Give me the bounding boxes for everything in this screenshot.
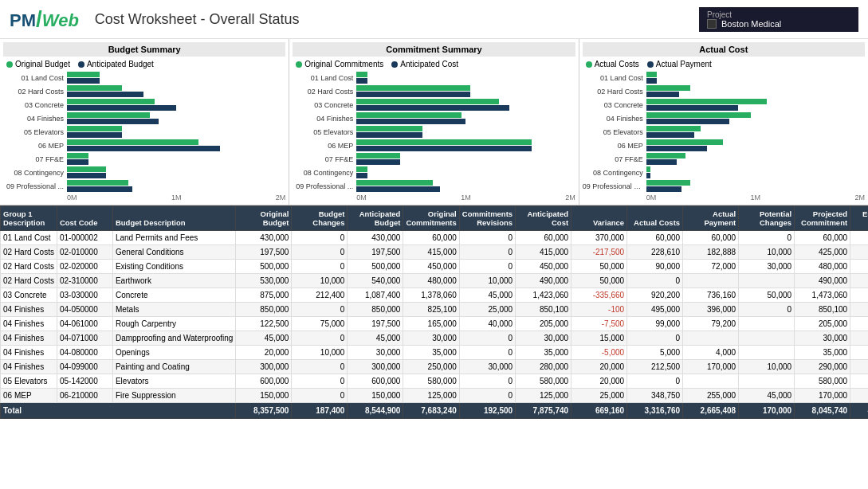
table-cell: 255,000	[683, 389, 739, 403]
table-cell: 580,000	[403, 374, 459, 389]
col-header-5: Anticipated Budget	[348, 206, 403, 231]
table-cell: 90,000	[627, 260, 683, 274]
table-cell: -100	[571, 303, 627, 317]
table-cell: 170,000	[683, 360, 739, 374]
legend-item: Actual Costs	[586, 60, 639, 68]
table-cell	[739, 317, 795, 331]
bar-primary	[646, 99, 767, 104]
table-cell: 04-071000	[57, 331, 112, 346]
actual_cost-chart-area: 01 Land Cost02 Hard Costs03 Concrete04 F…	[583, 72, 865, 201]
table-cell: 03 Concrete	[1, 288, 57, 303]
chart-bars	[356, 99, 575, 111]
table-cell: 415,000	[403, 245, 459, 260]
table-cell: 0	[292, 245, 348, 260]
table-cell: 30,000	[795, 331, 850, 346]
col-header-0: Group 1 Description	[1, 206, 57, 231]
table-cell: 425,000	[795, 245, 850, 260]
project-name-text: Boston Medical	[721, 19, 781, 29]
legend-dot-icon	[296, 61, 302, 68]
table-cell: 10,000	[459, 274, 515, 288]
bar-secondary	[67, 173, 106, 178]
col-header-10: Actual Costs	[627, 206, 683, 231]
footer-value-9: 170,000	[739, 403, 795, 419]
cost-table: Group 1 DescriptionCost CodeBudget Descr…	[0, 205, 868, 419]
table-cell: 165,000	[403, 317, 459, 331]
table-cell: 197,500	[348, 317, 403, 331]
legend-item: Anticipated Cost	[391, 60, 458, 68]
table-cell: 500,000	[236, 260, 292, 274]
table-cell: 06-210000	[57, 389, 112, 403]
commitment_summary-axis: 0M1M2M	[293, 194, 575, 201]
table-cell: 20,000	[571, 374, 627, 389]
commitment_summary-title: Commitment Summary	[293, 42, 575, 57]
table-cell: General Conditions	[112, 245, 236, 260]
table-cell: 45,000	[236, 331, 292, 346]
legend-label: Original Commitments	[304, 60, 383, 68]
budget_summary-title: Budget Summary	[3, 42, 285, 57]
table-cell: 150,000	[236, 389, 292, 403]
table-cell: 04 Finishes	[1, 346, 57, 360]
bar-primary	[356, 153, 400, 158]
table-cell: 125,000	[516, 389, 571, 403]
chart-bars	[356, 72, 575, 84]
table-cell: 01 Land Cost	[1, 231, 57, 245]
bar-primary	[356, 166, 367, 172]
table-cell: 35,000	[516, 346, 571, 360]
table-cell: 348,750	[627, 389, 683, 403]
table-cell: 0	[459, 260, 515, 274]
actual_cost-title: Actual Cost	[583, 42, 865, 57]
table-cell: 205,000	[795, 317, 850, 331]
legend-label: Anticipated Budget	[87, 60, 154, 68]
table-cell: 30,000	[739, 260, 795, 274]
budget-summary-panel: Budget SummaryOriginal BudgetAnticipated…	[0, 39, 289, 205]
chart-row-label: 07 FF&E	[3, 155, 67, 163]
chart-row-label: 02 Hard Costs	[583, 88, 646, 96]
chart-bars	[646, 153, 865, 165]
logo-web: Web	[42, 10, 79, 30]
chart-row: 08 Contingency	[3, 166, 285, 178]
table-cell: 02-010000	[57, 245, 112, 260]
table-cell: 79,200	[683, 317, 739, 331]
legend-dot-icon	[6, 61, 13, 68]
axis-label: 0M	[356, 194, 367, 201]
chart-row: 02 Hard Costs	[583, 85, 865, 97]
footer-value-0: 8,357,500	[236, 403, 292, 419]
commitment-summary-panel: Commitment SummaryOriginal CommitmentsAn…	[289, 39, 579, 205]
table-cell: 30,000	[459, 360, 515, 374]
table-cell: 280,000	[516, 360, 571, 374]
table-cell: 50,000	[739, 288, 795, 303]
chart-bars	[356, 112, 575, 124]
table-cell: 20,000	[236, 346, 292, 360]
legend-label: Actual Payment	[656, 60, 712, 68]
bar-secondary	[356, 146, 531, 151]
table-cell: 850,100	[516, 303, 571, 317]
chart-row: 03 Concrete	[3, 99, 285, 111]
table-cell: 850,000	[348, 303, 403, 317]
table-cell: 35,000	[795, 346, 850, 360]
table-cell: 540,000	[348, 274, 403, 288]
actual_cost-legend: Actual CostsActual Payment	[583, 60, 865, 68]
chart-row-label: 07 FF&E	[583, 155, 646, 163]
project-name: Boston Medical	[707, 19, 850, 29]
budget_summary-chart-area: 01 Land Cost02 Hard Costs03 Concrete04 F…	[3, 72, 285, 201]
bar-primary	[356, 180, 433, 186]
chart-row: 09 Professional ...	[293, 180, 575, 192]
legend-dot-icon	[647, 61, 654, 68]
table-cell: 580,000	[516, 374, 571, 389]
table-cell: 4,000	[683, 346, 739, 360]
col-header-6: Original Commitments	[403, 206, 459, 231]
table-cell: 1,378,060	[403, 288, 459, 303]
footer-value-2: 8,544,900	[348, 403, 403, 419]
col-header-11: Actual Payment	[683, 206, 739, 231]
table-cell: 60,000	[627, 231, 683, 245]
chart-row: 06 MEP	[293, 139, 575, 151]
chart-bars	[356, 126, 575, 138]
chart-row-label: 06 MEP	[583, 142, 646, 150]
chart-row-label: 06 MEP	[293, 142, 356, 150]
bar-secondary	[646, 132, 694, 138]
table-cell	[683, 374, 739, 389]
table-cell: Dampproofing and Waterproofing	[112, 331, 236, 346]
table-cell: Earthwork	[112, 274, 236, 288]
chart-row: 08 Contingency	[293, 166, 575, 178]
table-cell: 370,000	[571, 231, 627, 245]
